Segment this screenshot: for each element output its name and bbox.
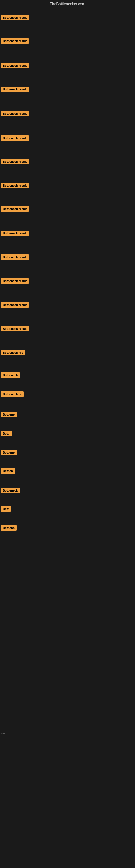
tiny-label: result (1, 733, 5, 734)
bottleneck-result-row: Bottleneck result (1, 135, 29, 142)
bottleneck-result-row: Bott (1, 506, 11, 513)
bottleneck-result-row: Bottleneck result (1, 159, 29, 165)
bottleneck-badge[interactable]: Bott (1, 506, 11, 512)
site-title: TheBottlenecker.com (50, 2, 85, 6)
bottleneck-badge[interactable]: Bottlene (1, 525, 17, 531)
bottleneck-result-row: Bottleneck result (1, 230, 29, 237)
bottleneck-badge[interactable]: Bottleneck re (1, 392, 24, 397)
bottleneck-badge[interactable]: Bottleneck result (1, 111, 29, 116)
bottleneck-badge[interactable]: Bottleneck res (1, 350, 26, 355)
bottleneck-result-row: Bottleneck result (1, 111, 29, 118)
bottleneck-badge[interactable]: Bottleneck result (1, 135, 29, 141)
bottleneck-result-row: Bottleneck (1, 488, 20, 494)
bottleneck-result-row: Bottleneck re (1, 392, 24, 398)
bottleneck-result-row: Bottleneck result (1, 254, 29, 261)
bottleneck-result-row: Bottlene (1, 412, 17, 418)
bottleneck-badge[interactable]: Bottleneck result (1, 183, 29, 188)
bottleneck-badge[interactable]: Bottleneck (1, 488, 20, 493)
bottleneck-result-row: Bottleneck res (1, 350, 26, 356)
bottleneck-badge[interactable]: Bottl (1, 431, 12, 436)
bottleneck-result-row: Bottleneck result (1, 302, 29, 309)
bottleneck-badge[interactable]: Bottleneck result (1, 159, 29, 164)
bottleneck-result-row: Bottlen (1, 468, 15, 475)
bottleneck-result-row: Bottleneck result (1, 87, 29, 93)
bottleneck-badge[interactable]: Bottleneck result (1, 38, 29, 44)
bottleneck-badge[interactable]: Bottleneck result (1, 206, 29, 212)
bottleneck-badge[interactable]: Bottleneck result (1, 230, 29, 236)
bottleneck-result-row: Bottleneck result (1, 63, 29, 69)
bottleneck-badge[interactable]: Bottleneck result (1, 15, 29, 20)
bottleneck-result-row: Bottleneck result (1, 278, 29, 285)
bottleneck-result-row: Bottleneck result (1, 15, 29, 22)
results-container: Bottleneck resultBottleneck resultBottle… (0, 8, 135, 862)
bottleneck-badge[interactable]: Bottleneck result (1, 302, 29, 308)
bottleneck-result-row: Bottl (1, 431, 12, 437)
bottleneck-badge[interactable]: Bottleneck result (1, 278, 29, 284)
bottleneck-badge[interactable]: Bottlene (1, 450, 17, 455)
bottleneck-badge[interactable]: Bottleneck result (1, 63, 29, 68)
bottleneck-badge[interactable]: Bottlen (1, 468, 15, 474)
bottleneck-result-row: Bottleneck result (1, 206, 29, 213)
bottleneck-result-row: Bottleneck result (1, 38, 29, 45)
bottleneck-badge[interactable]: Bottleneck result (1, 87, 29, 92)
bottleneck-badge[interactable]: Bottlene (1, 412, 17, 417)
bottleneck-badge[interactable]: Bottleneck result (1, 254, 29, 260)
bottleneck-badge[interactable]: Bottleneck result (1, 326, 29, 332)
bottleneck-result-row: Bottleneck (1, 372, 20, 379)
site-title-bar: TheBottlenecker.com (0, 0, 135, 8)
bottleneck-result-row: Bottlene (1, 525, 17, 532)
bottleneck-badge[interactable]: Bottleneck (1, 372, 20, 378)
bottleneck-result-row: Bottleneck result (1, 326, 29, 333)
bottleneck-result-row: Bottleneck result (1, 183, 29, 189)
bottleneck-result-row: Bottlene (1, 450, 17, 456)
